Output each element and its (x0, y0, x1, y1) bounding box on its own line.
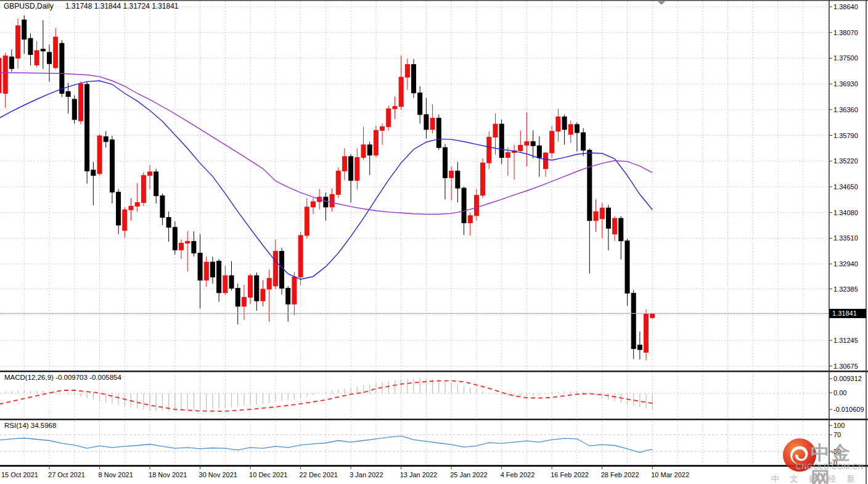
bear-candle (235, 289, 240, 306)
bull-candle (292, 277, 297, 304)
bull-candle (430, 118, 435, 129)
bear-candle (280, 252, 284, 289)
date-axis-label: 4 Feb 2022 (501, 471, 535, 478)
price-axis[interactable]: 1.386401.380701.375001.369301.363601.357… (829, 3, 864, 467)
bull-candle (248, 276, 253, 297)
date-axis-label: 13 Jan 2022 (400, 471, 438, 478)
bull-candle (493, 124, 497, 137)
date-axis-label: 10 Mar 2022 (651, 471, 689, 478)
bear-candle (28, 38, 33, 54)
bear-candle (154, 172, 158, 196)
date-axis-label: 25 Jan 2022 (450, 471, 488, 478)
bear-candle (531, 142, 535, 146)
bear-candle (210, 262, 215, 277)
bear-candle (85, 84, 89, 171)
bear-candle (60, 43, 64, 93)
date-axis-label: 28 Feb 2022 (601, 471, 639, 478)
bull-candle (223, 276, 227, 293)
bull-candle (380, 127, 385, 131)
bear-candle (462, 188, 466, 223)
price-axis-label: 1.30675 (833, 363, 858, 370)
bull-candle (449, 171, 454, 178)
chart-canvas[interactable]: 1.386401.380701.375001.369301.363601.357… (0, 0, 868, 484)
bear-candle (499, 124, 504, 157)
bull-candle (123, 210, 127, 231)
bear-candle (537, 146, 541, 157)
bull-candle (644, 313, 649, 352)
date-axis-label: 8 Nov 2021 (99, 471, 133, 478)
price-axis-label: 1.35790 (833, 132, 858, 139)
bear-candle (160, 196, 165, 218)
bull-candle (399, 77, 403, 107)
bull-candle (305, 207, 309, 236)
bear-candle (22, 20, 27, 39)
bull-candle (311, 202, 316, 207)
bear-candle (117, 192, 121, 225)
bear-candle (173, 228, 177, 250)
price-axis-label: 1.31245 (833, 337, 858, 344)
bear-candle (104, 137, 108, 142)
price-axis-label: 1.38070 (833, 29, 858, 36)
macd-axis-label: -0.010609 (833, 406, 864, 413)
bull-candle (405, 65, 409, 77)
bull-candle (261, 289, 265, 301)
watermark-tagline-text: 中 文 财 经 新 媒 体 (771, 474, 868, 484)
macd-axis-label: 0.009312 (833, 375, 862, 382)
price-axis-label: 1.34650 (833, 183, 858, 191)
watermark: 中金网 CNGOLD.COM.CN 中 文 财 经 新 媒 体 (766, 433, 868, 484)
bull-candle (3, 56, 7, 94)
price-axis-label: 1.35220 (833, 157, 858, 165)
price-axis-label: 1.37500 (833, 54, 858, 62)
date-axis[interactable]: 15 Oct 202127 Oct 20218 Nov 202118 Nov 2… (0, 466, 689, 478)
bear-candle (575, 125, 579, 133)
candlestick-series (0, 15, 655, 361)
bear-candle (562, 117, 567, 129)
price-axis-label: 1.38640 (833, 3, 858, 10)
current-price-tag: 1.31841 (829, 309, 866, 318)
bull-candle (273, 252, 277, 286)
bear-candle (47, 52, 52, 64)
bull-candle (374, 130, 378, 155)
bear-candle (436, 118, 441, 148)
bear-candle (166, 218, 171, 228)
date-axis-label: 3 Jan 2022 (350, 471, 383, 478)
bull-candle (544, 153, 548, 169)
date-axis-label: 10 Dec 2021 (249, 471, 287, 478)
bear-candle (91, 170, 96, 176)
bear-candle (286, 289, 290, 305)
bear-candle (349, 157, 353, 181)
date-axis-label: 16 Feb 2022 (551, 471, 589, 478)
bull-candle (613, 218, 617, 234)
bear-candle (198, 253, 202, 280)
bull-candle (393, 107, 397, 109)
bear-candle (255, 276, 259, 301)
bear-candle (637, 345, 642, 350)
bull-candle (54, 37, 58, 68)
bull-candle (298, 236, 303, 277)
shift-marker-icon[interactable] (658, 1, 665, 5)
bull-candle (518, 146, 523, 151)
bull-candle (568, 125, 573, 134)
bear-candle (581, 133, 586, 150)
price-axis-label: 1.34080 (833, 209, 858, 216)
bull-candle (97, 136, 102, 173)
rsi-indicator-label: RSI(14) 34.5968 (4, 422, 56, 429)
bear-candle (229, 276, 234, 288)
bull-candle (35, 51, 39, 65)
bull-candle (141, 176, 145, 203)
bull-candle (0, 58, 1, 92)
bull-candle (179, 243, 184, 250)
price-axis-label: 1.36930 (833, 80, 858, 88)
price-axis-label: 1.32385 (833, 285, 858, 293)
bear-candle (9, 57, 14, 68)
bull-candle (600, 208, 604, 219)
rsi-line (0, 436, 652, 453)
bull-candle (267, 278, 271, 289)
bull-candle (129, 206, 133, 210)
bear-candle (424, 115, 428, 129)
symbol-timeframe-label: GBPUSD,Daily (4, 2, 54, 10)
bear-candle (625, 241, 629, 293)
date-axis-label: 22 Dec 2021 (300, 471, 338, 478)
ohlc-quote-values: 1.31748 1.31844 1.31724 1.31841 (65, 2, 179, 10)
price-axis-label: 1.36360 (833, 106, 858, 113)
